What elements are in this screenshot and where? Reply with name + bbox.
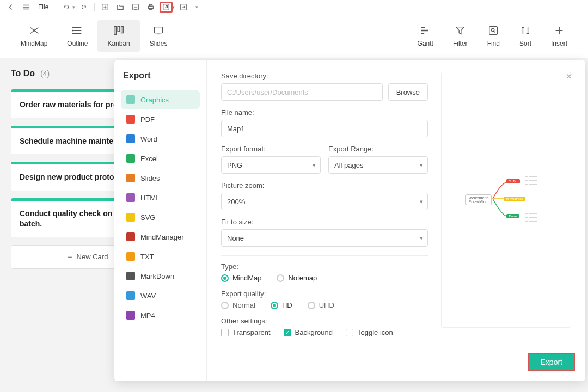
tool-find[interactable]: Find — [477, 20, 510, 52]
preview-todo-node: To Do — [506, 179, 520, 183]
markdown-icon — [126, 272, 135, 280]
view-mindmap-label: MindMap — [21, 40, 47, 47]
view-kanban[interactable]: Kanban — [97, 20, 139, 52]
format-slides[interactable]: Slides — [121, 169, 200, 187]
other-settings-label: Other settings: — [221, 317, 428, 325]
export-preview: Welcome to EdrawMind To Do In Progress D… — [441, 72, 571, 328]
redo-icon[interactable] — [77, 2, 90, 13]
export-range-select[interactable]: All pages — [328, 156, 428, 174]
quality-normal-radio[interactable]: Normal — [221, 301, 255, 309]
format-txt[interactable]: TXT — [121, 247, 200, 266]
toggle-icon-checkbox[interactable]: Toggle icon — [346, 328, 393, 336]
svg-point-9 — [72, 27, 74, 28]
view-kanban-label: Kanban — [107, 40, 130, 47]
format-mindmanager[interactable]: MindManager — [121, 228, 200, 246]
view-outline-label: Outline — [67, 40, 88, 47]
undo-icon[interactable] — [60, 2, 73, 13]
quality-hd-radio[interactable]: HD — [271, 301, 292, 309]
pdf-icon — [126, 115, 135, 124]
preview-leaf: — ———— ———— ——— — [525, 193, 537, 205]
radio-checked-icon — [221, 274, 229, 282]
view-mindmap[interactable]: MindMap — [11, 20, 57, 52]
new-card-label: New Card — [77, 253, 108, 261]
top-toolbar: File ▾ ▾ ▾ — [0, 0, 588, 14]
picture-zoom-label: Picture zoom: — [221, 181, 428, 189]
format-html[interactable]: HTML — [121, 188, 200, 207]
preview-center-node: Welcome to EdrawMind — [465, 194, 492, 205]
radio-checked-icon — [271, 302, 278, 309]
tool-filter[interactable]: Filter — [443, 20, 477, 52]
svg-rect-2 — [134, 7, 137, 9]
format-markdown[interactable]: MarkDown — [121, 267, 200, 285]
tool-insert[interactable]: Insert — [541, 20, 577, 52]
menu-icon[interactable] — [20, 2, 33, 13]
tool-sort[interactable]: Sort — [510, 20, 541, 52]
format-word[interactable]: Word — [121, 130, 200, 148]
quality-uhd-radio[interactable]: UHD — [308, 301, 334, 309]
format-graphics[interactable]: Graphics — [121, 90, 200, 109]
background-checkbox[interactable]: Background — [284, 328, 333, 336]
plus-icon: ＋ — [66, 252, 74, 262]
type-notemap-radio[interactable]: Notemap — [277, 274, 317, 282]
checkbox-unchecked-icon — [221, 329, 229, 336]
txt-icon — [126, 252, 135, 261]
slides-icon — [126, 174, 135, 182]
dialog-form: Save directory: Browse File name: Export… — [221, 72, 428, 369]
radio-unchecked-icon — [277, 274, 284, 282]
export-icon[interactable] — [160, 2, 173, 13]
graphics-icon — [126, 95, 135, 104]
mindmanager-icon — [126, 232, 135, 241]
preview-progress-node: In Progress — [504, 197, 526, 201]
wav-icon — [126, 291, 135, 300]
export-dropdown-icon[interactable]: ▾ — [172, 4, 175, 10]
radio-unchecked-icon — [308, 302, 315, 309]
tool-gantt[interactable]: Gantt — [408, 20, 443, 52]
format-excel[interactable]: Excel — [121, 149, 200, 168]
back-icon[interactable] — [4, 2, 17, 13]
file-name-label: File name: — [221, 108, 428, 117]
dialog-main: Save directory: Browse File name: Export… — [207, 60, 585, 381]
save-icon[interactable] — [129, 2, 142, 13]
dialog-title: Export — [121, 71, 200, 81]
export-format-label: Export format: — [221, 145, 321, 153]
fit-to-size-select[interactable]: None — [221, 229, 428, 247]
tool-gantt-label: Gantt — [418, 40, 433, 47]
type-mindmap-radio[interactable]: MindMap — [221, 274, 261, 282]
view-outline[interactable]: Outline — [57, 20, 97, 52]
svg-rect-13 — [118, 27, 120, 32]
transparent-checkbox[interactable]: Transparent — [221, 328, 271, 336]
print-icon[interactable] — [144, 2, 157, 13]
undo-dropdown-icon[interactable]: ▾ — [72, 4, 75, 10]
preview-done-node: Done — [506, 214, 519, 218]
format-pdf[interactable]: PDF — [121, 110, 200, 128]
tool-find-label: Find — [487, 40, 500, 47]
save-dir-input[interactable] — [221, 83, 383, 101]
file-name-input[interactable] — [221, 120, 428, 137]
new-icon[interactable] — [99, 2, 112, 13]
export-format-select[interactable]: PNG — [221, 156, 321, 174]
share-icon[interactable] — [177, 2, 190, 13]
open-icon[interactable] — [114, 2, 127, 13]
picture-zoom-select[interactable]: 200% — [221, 193, 428, 210]
format-wav[interactable]: WAV — [121, 286, 200, 305]
format-mp4[interactable]: MP4 — [121, 306, 200, 324]
quality-label: Export quality: — [221, 290, 428, 298]
export-button[interactable]: Export — [528, 353, 575, 371]
svg-point-10 — [72, 30, 74, 32]
preview-leaf: — ———— ———— ———— ——— — [525, 175, 537, 190]
tool-filter-label: Filter — [453, 40, 468, 47]
tool-sort-label: Sort — [519, 40, 531, 47]
svg-point-11 — [72, 33, 74, 34]
format-svg[interactable]: SVG — [121, 208, 200, 226]
close-icon[interactable]: × — [562, 70, 575, 83]
view-slides[interactable]: Slides — [140, 20, 177, 52]
export-range-label: Export Range: — [328, 145, 428, 153]
svg-rect-16 — [489, 27, 498, 35]
more-dropdown-icon[interactable]: ▾ — [195, 4, 198, 10]
tool-insert-label: Insert — [551, 40, 567, 47]
browse-button[interactable]: Browse — [388, 83, 428, 101]
svg-rect-15 — [155, 27, 163, 33]
fit-to-size-label: Fit to size: — [221, 218, 428, 226]
html-icon — [126, 193, 135, 202]
file-menu[interactable]: File — [35, 3, 52, 11]
